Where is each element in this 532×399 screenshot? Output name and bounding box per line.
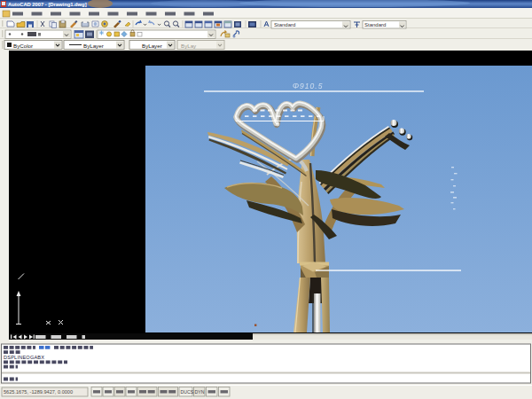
- svg-text:5625.1675, -1289.9427, 0.0000: 5625.1675, -1289.9427, 0.0000: [4, 389, 73, 395]
- svg-text:ByColor: ByColor: [13, 43, 33, 49]
- svg-text:ByLayer: ByLayer: [83, 43, 104, 49]
- svg-text:ByLay: ByLay: [181, 43, 197, 49]
- svg-text:Standard: Standard: [364, 22, 386, 27]
- svg-text:Φ910.5: Φ910.5: [293, 82, 323, 90]
- svg-text:DUCS: DUCS: [181, 389, 194, 395]
- svg-text:DYN: DYN: [195, 389, 205, 395]
- svg-text:AutoCAD 2007 - [Drawing1.dwg]: AutoCAD 2007 - [Drawing1.dwg]: [8, 2, 87, 7]
- svg-text:Standard: Standard: [274, 22, 295, 27]
- svg-text:ByLayer: ByLayer: [142, 43, 162, 49]
- svg-text:DSPLINEOGABX: DSPLINEOGABX: [4, 355, 44, 360]
